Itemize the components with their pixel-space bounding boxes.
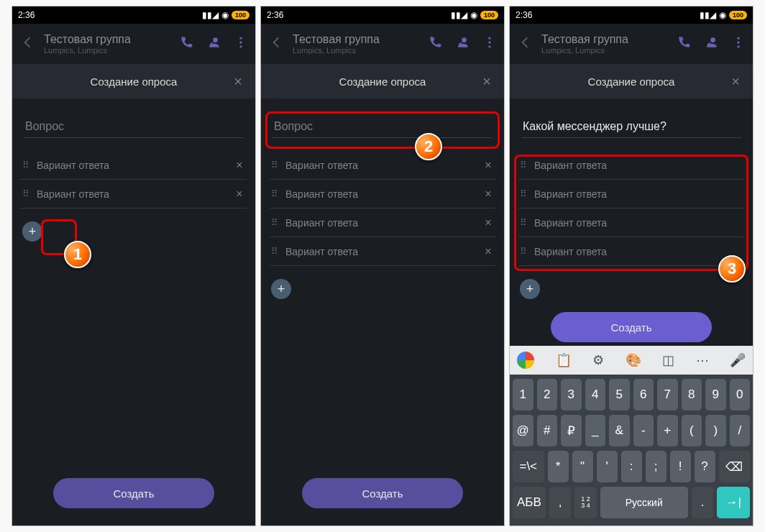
call-icon[interactable] <box>428 35 442 52</box>
settings-icon[interactable]: ⚙ <box>592 352 604 368</box>
enter-key[interactable]: →| <box>717 487 750 518</box>
key[interactable]: ₽ <box>561 415 582 446</box>
option-row[interactable]: ⠿ Вариант ответа <box>518 151 744 180</box>
key[interactable]: 0 <box>730 379 751 411</box>
signal-icon: ▮▮◢ <box>202 10 219 20</box>
key[interactable]: ' <box>597 451 618 482</box>
create-button[interactable]: Создать <box>53 478 214 508</box>
chat-header: Тестовая группа Lumpics, Lumpics <box>261 24 504 64</box>
question-input[interactable]: Вопрос <box>24 116 244 138</box>
more-icon[interactable] <box>482 35 497 52</box>
key[interactable]: ! <box>670 451 691 482</box>
key[interactable]: # <box>537 415 558 446</box>
key[interactable]: 9 <box>705 379 726 411</box>
option-row[interactable]: ⠿ Вариант ответа × <box>21 180 247 208</box>
add-person-icon[interactable] <box>704 35 718 52</box>
drag-handle-icon[interactable]: ⠿ <box>21 160 31 170</box>
key[interactable]: " <box>572 451 593 482</box>
key[interactable]: 4 <box>585 379 606 411</box>
key[interactable]: + <box>657 415 678 446</box>
add-option-button[interactable]: + <box>520 279 540 299</box>
key[interactable]: : <box>621 451 642 482</box>
key[interactable]: - <box>633 415 654 446</box>
key[interactable]: * <box>548 451 569 482</box>
drag-handle-icon[interactable]: ⠿ <box>270 246 280 257</box>
key[interactable]: @ <box>513 415 533 446</box>
call-icon[interactable] <box>677 35 691 52</box>
drag-handle-icon[interactable]: ⠿ <box>518 160 528 170</box>
more-icon[interactable] <box>234 35 248 52</box>
question-input[interactable]: Вопрос <box>272 116 493 138</box>
drag-handle-icon[interactable]: ⠿ <box>270 188 280 199</box>
key[interactable]: 1 <box>513 379 533 411</box>
more-dots-icon[interactable]: ⋯ <box>696 352 709 368</box>
key[interactable]: & <box>609 415 630 446</box>
keyboard[interactable]: 📋 ⚙ 🎨 ◫ ⋯ 🎤 1 2 3 4 5 6 7 8 9 0 <box>510 346 753 526</box>
key[interactable]: 8 <box>682 379 702 411</box>
question-input[interactable]: Какой мессенджер лучше? <box>521 116 741 138</box>
call-icon[interactable] <box>179 35 193 52</box>
key-mode[interactable]: АБВ <box>513 487 546 518</box>
key-symbols[interactable]: =\< <box>513 451 544 482</box>
google-icon[interactable] <box>517 352 534 369</box>
key-numpad[interactable]: 1 23 4 <box>574 487 597 518</box>
drag-handle-icon[interactable]: ⠿ <box>518 217 528 228</box>
option-placeholder: Вариант ответа <box>285 160 475 171</box>
option-row[interactable]: ⠿ Вариант ответа <box>518 208 744 237</box>
clipboard-icon[interactable]: 📋 <box>556 352 572 368</box>
option-row[interactable]: ⠿ Вариант ответа <box>518 237 744 266</box>
key[interactable]: 2 <box>537 379 558 411</box>
remove-option-icon[interactable]: × <box>232 159 247 172</box>
mic-icon[interactable]: 🎤 <box>730 352 746 368</box>
remove-option-icon[interactable]: × <box>481 216 495 229</box>
key[interactable]: 5 <box>609 379 630 411</box>
remove-option-icon[interactable]: × <box>481 159 495 172</box>
key[interactable]: ? <box>695 451 715 482</box>
backspace-key[interactable]: ⌫ <box>719 451 751 482</box>
remove-option-icon[interactable]: × <box>232 188 247 201</box>
key-comma[interactable]: , <box>549 487 572 518</box>
drag-handle-icon[interactable]: ⠿ <box>21 188 31 199</box>
key[interactable]: 3 <box>561 379 582 411</box>
spacebar[interactable]: Русский <box>600 487 688 518</box>
more-icon[interactable] <box>731 35 746 52</box>
close-icon[interactable]: × <box>229 73 247 90</box>
add-option-button[interactable]: + <box>271 279 291 299</box>
palette-icon[interactable]: 🎨 <box>626 352 641 368</box>
drag-handle-icon[interactable]: ⠿ <box>518 188 528 199</box>
drag-handle-icon[interactable]: ⠿ <box>518 246 528 257</box>
key[interactable]: 6 <box>633 379 654 411</box>
create-button[interactable]: Создать <box>302 478 463 508</box>
back-icon[interactable] <box>517 35 533 53</box>
drag-handle-icon[interactable]: ⠿ <box>270 160 280 170</box>
add-option-button[interactable]: + <box>22 221 42 242</box>
option-row[interactable]: ⠿ Вариант ответа × <box>270 237 495 266</box>
add-person-icon[interactable] <box>455 35 469 52</box>
option-row[interactable]: ⠿ Вариант ответа × <box>270 180 495 208</box>
option-row[interactable]: ⠿ Вариант ответа × <box>270 208 495 237</box>
status-bar: 2:36 ▮▮◢ ◉ 100 <box>261 6 504 24</box>
remove-option-icon[interactable]: × <box>481 245 495 258</box>
remove-option-icon[interactable]: × <box>481 188 495 201</box>
key[interactable]: 7 <box>657 379 678 411</box>
back-icon[interactable] <box>19 35 35 53</box>
key[interactable]: _ <box>585 415 606 446</box>
option-row[interactable]: ⠿ Вариант ответа <box>518 180 744 208</box>
battery-pill: 100 <box>729 11 747 19</box>
back-icon[interactable] <box>268 35 284 53</box>
drag-handle-icon[interactable]: ⠿ <box>270 217 280 228</box>
close-icon[interactable]: × <box>727 73 744 90</box>
option-row[interactable]: ⠿ Вариант ответа × <box>270 151 495 180</box>
close-icon[interactable]: × <box>478 73 495 90</box>
key[interactable]: ) <box>705 415 726 446</box>
create-button[interactable]: Создать <box>551 312 712 342</box>
key[interactable]: / <box>730 415 751 446</box>
sticker-icon[interactable]: ◫ <box>662 352 674 368</box>
key[interactable]: ( <box>682 415 702 446</box>
key[interactable]: ; <box>646 451 666 482</box>
add-person-icon[interactable] <box>206 35 221 52</box>
option-row[interactable]: ⠿ Вариант ответа × <box>21 151 247 180</box>
key-period[interactable]: . <box>692 487 714 518</box>
chat-subtitle: Lumpics, Lumpics <box>541 46 668 55</box>
option-placeholder: Вариант ответа <box>534 246 744 257</box>
